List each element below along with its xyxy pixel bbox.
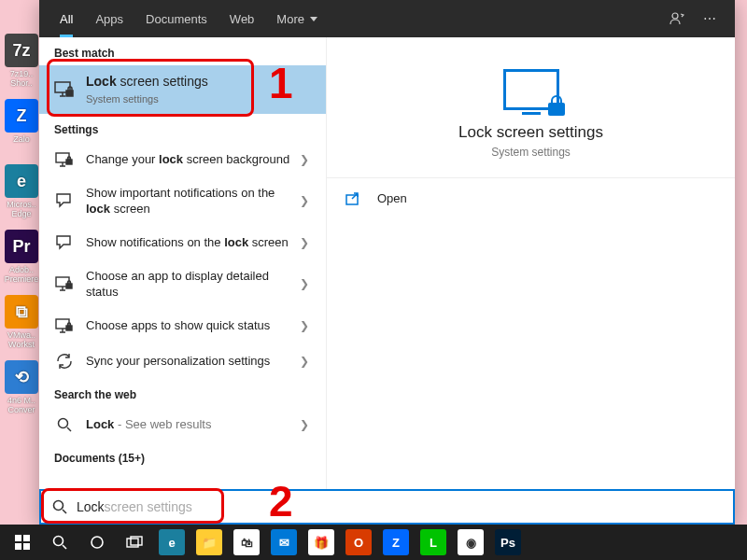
open-icon [345, 192, 364, 205]
shortcut-label: 4n6 M.. Conver [3, 396, 40, 414]
app-icon: ◉ [458, 529, 484, 555]
setting-icon [54, 315, 75, 336]
result-setting[interactable]: Change your lock screen background❯ [39, 142, 326, 177]
monitor-lock-icon [54, 79, 75, 100]
taskbar-app-explorer[interactable]: 📁 [190, 525, 228, 560]
result-setting[interactable]: Choose an app to display detailed status… [39, 260, 326, 308]
svg-rect-13 [23, 535, 30, 541]
section-documents: Documents (15+) [39, 442, 326, 470]
tab-web[interactable]: Web [218, 0, 266, 37]
setting-icon [54, 273, 75, 294]
result-title: Lock - See web results [86, 416, 294, 433]
result-title: Choose apps to show quick status [86, 317, 294, 334]
result-setting[interactable]: Choose apps to show quick status❯ [39, 308, 326, 343]
section-search-web: Search the web [39, 379, 326, 407]
search-tabs: All Apps Documents Web More ⋯ [39, 0, 735, 37]
shortcut-label: Zalo [3, 134, 40, 144]
feedback-icon[interactable] [660, 11, 694, 26]
preview-subtitle: System settings [345, 146, 716, 159]
taskbar-app-photoshop[interactable]: Ps [489, 525, 527, 560]
svg-rect-4 [66, 160, 72, 164]
shortcut-label: 7z19.. Shor.. [3, 69, 40, 88]
tab-all[interactable]: All [49, 0, 84, 37]
app-icon: Ps [495, 529, 521, 555]
tab-label: Apps [95, 12, 123, 26]
app-icon: Pr [5, 230, 38, 263]
taskbar-search-icon[interactable] [41, 525, 78, 560]
cortana-icon[interactable] [78, 525, 116, 560]
chevron-right-icon: ❯ [294, 194, 315, 207]
app-icon: ⧉ [5, 295, 38, 329]
chevron-down-icon [310, 17, 317, 21]
desktop-shortcut[interactable]: ⧉VMwa.. Workst [3, 295, 40, 349]
svg-rect-2 [66, 91, 73, 96]
preview-hero: Lock screen settings System settings [327, 37, 735, 178]
result-setting[interactable]: Show notifications on the lock screen❯ [39, 225, 326, 260]
result-title: Show important notifications on the lock… [86, 185, 294, 217]
app-icon: e [5, 164, 38, 198]
taskbar-app-mail[interactable]: ✉ [265, 525, 303, 560]
search-autocomplete-ghost: screen settings [105, 499, 192, 514]
desktop-shortcut[interactable]: PrAdob.. Premiere [3, 230, 40, 284]
setting-icon [54, 232, 75, 253]
result-title: Sync your personalization settings [86, 353, 294, 370]
result-web-lock[interactable]: Lock - See web results ❯ [39, 407, 326, 442]
taskbar-app-office[interactable]: O [340, 525, 377, 560]
shortcut-label: Micros.. Edge [3, 200, 40, 218]
more-options-icon[interactable]: ⋯ [694, 11, 726, 26]
chevron-right-icon: ❯ [294, 277, 315, 290]
taskbar-app-line[interactable]: L [415, 525, 452, 560]
preview-title: Lock screen settings [345, 123, 716, 142]
app-icon: ✉ [271, 529, 297, 555]
svg-point-0 [672, 13, 678, 19]
shortcut-label: VMwa.. Workst [3, 330, 40, 349]
svg-point-11 [54, 501, 63, 511]
app-icon: 🎁 [308, 529, 334, 555]
taskbar-app-store[interactable]: 🛍 [228, 525, 265, 560]
svg-point-17 [92, 537, 103, 548]
tab-more[interactable]: More [265, 0, 329, 37]
tab-documents[interactable]: Documents [134, 0, 218, 37]
app-icon: 📁 [196, 529, 222, 555]
svg-rect-15 [23, 543, 30, 550]
taskbar: e📁🛍✉🎁OZL◉Ps [0, 525, 747, 560]
open-label: Open [377, 191, 407, 205]
svg-point-9 [59, 418, 68, 427]
section-best-match: Best match [39, 37, 326, 65]
result-lock-screen-settings[interactable]: Lock screen settings System settings [39, 65, 326, 114]
app-icon: L [420, 529, 446, 555]
start-search-panel: All Apps Documents Web More ⋯ Best match… [39, 0, 735, 525]
taskbar-app-chrome[interactable]: ◉ [452, 525, 489, 560]
result-preview: Lock screen settings System settings Ope… [327, 37, 735, 525]
svg-rect-10 [346, 195, 358, 204]
search-icon [52, 499, 67, 514]
tab-label: All [60, 12, 73, 26]
search-input[interactable]: Lock screen settings [39, 489, 735, 525]
desktop-shortcut[interactable]: ⟲4n6 M.. Conver [3, 360, 40, 414]
start-button[interactable] [4, 525, 41, 560]
open-action[interactable]: Open [327, 178, 735, 218]
section-settings: Settings [39, 114, 326, 142]
result-setting[interactable]: Sync your personalization settings❯ [39, 343, 326, 379]
app-icon: Z [5, 99, 38, 133]
taskbar-app-gift[interactable]: 🎁 [303, 525, 340, 560]
setting-icon [54, 149, 75, 170]
svg-rect-8 [66, 326, 72, 330]
app-icon: ⟲ [5, 360, 38, 394]
desktop-shortcut[interactable]: 7z7z19.. Shor.. [3, 34, 40, 88]
app-icon: O [345, 529, 372, 555]
taskbar-app-zalo[interactable]: Z [377, 525, 415, 560]
taskbar-app-edge[interactable]: e [153, 525, 190, 560]
task-view-icon[interactable] [116, 525, 153, 560]
result-setting[interactable]: Show important notifications on the lock… [39, 177, 326, 225]
svg-rect-6 [66, 284, 72, 288]
tab-apps[interactable]: Apps [84, 0, 134, 37]
desktop-shortcut[interactable]: eMicros.. Edge [3, 164, 40, 218]
chevron-right-icon: ❯ [294, 153, 315, 166]
chevron-right-icon: ❯ [294, 355, 315, 368]
result-title: Show notifications on the lock screen [86, 234, 294, 251]
monitor-lock-icon [503, 69, 559, 110]
shortcut-label: Adob.. Premiere [3, 265, 40, 284]
search-typed-text: Lock [77, 499, 105, 514]
desktop-shortcut[interactable]: ZZalo [3, 99, 40, 144]
